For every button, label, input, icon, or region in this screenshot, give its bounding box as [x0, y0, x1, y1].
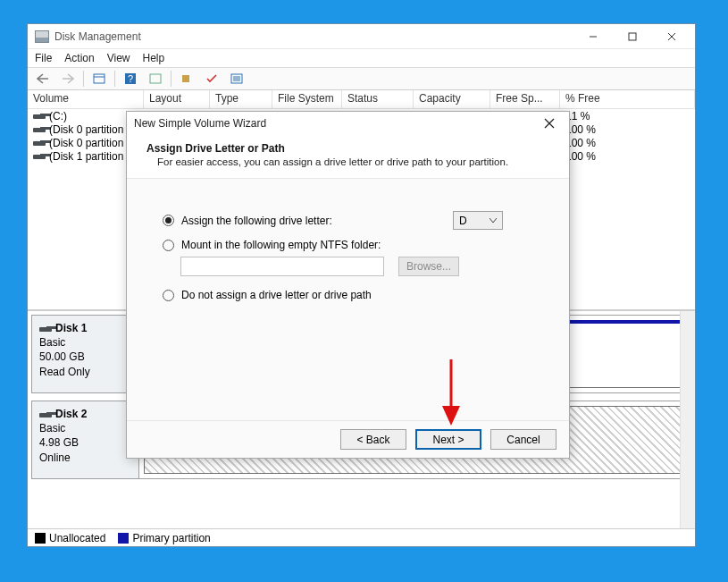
col-capacity[interactable]: Capacity [414, 90, 490, 108]
view-icon[interactable] [89, 70, 109, 88]
col-free[interactable]: Free Sp... [490, 90, 560, 108]
col-type[interactable]: Type [210, 90, 272, 108]
wizard-dialog: New Simple Volume Wizard Assign Drive Le… [126, 111, 570, 459]
svg-rect-8 [150, 74, 161, 83]
folder-path-input[interactable] [180, 257, 384, 276]
label-assign-letter: Assign the following drive letter: [181, 215, 332, 227]
drive-letter-select[interactable]: D [453, 211, 503, 230]
cancel-button[interactable]: Cancel [490, 429, 556, 450]
menubar: File Action View Help [28, 49, 695, 68]
next-button[interactable]: Next > [415, 429, 481, 450]
forward-icon[interactable] [58, 70, 78, 88]
maximize-button[interactable] [613, 24, 652, 49]
menu-file[interactable]: File [35, 52, 52, 64]
list-icon[interactable] [227, 70, 247, 88]
chevron-down-icon [490, 218, 497, 224]
toolbar: ? [28, 68, 695, 90]
dialog-title: New Simple Volume Wizard [134, 117, 537, 130]
dialog-subheading: For easier access, you can assign a driv… [146, 156, 549, 167]
col-pctfree[interactable]: % Free [560, 90, 695, 108]
label-no-assign: Do not assign a drive letter or drive pa… [181, 289, 372, 301]
check-icon[interactable] [202, 70, 222, 88]
app-icon [35, 30, 49, 43]
radio-assign-letter[interactable] [163, 215, 174, 226]
svg-text:?: ? [128, 73, 133, 84]
menu-view[interactable]: View [107, 52, 130, 64]
menu-help[interactable]: Help [143, 52, 165, 64]
help-icon[interactable]: ? [121, 70, 140, 88]
legend: Unallocated Primary partition [28, 528, 695, 546]
radio-mount-folder[interactable] [163, 240, 174, 251]
col-fs[interactable]: File System [272, 90, 342, 108]
window-title: Disk Management [54, 30, 573, 43]
dialog-heading: Assign Drive Letter or Path [146, 142, 549, 155]
titlebar: Disk Management [28, 24, 695, 49]
disk2-info: Disk 2 Basic 4.98 GB Online [32, 401, 139, 478]
disk1-info: Disk 1 Basic 50.00 GB Read Only [32, 316, 139, 392]
label-mount-folder: Mount in the following empty NTFS folder… [181, 239, 381, 251]
radio-no-assign[interactable] [163, 290, 174, 301]
grid-header: Volume Layout Type File System Status Ca… [28, 90, 695, 109]
col-layout[interactable]: Layout [144, 90, 210, 108]
disk1-vol-end[interactable] [568, 320, 686, 388]
svg-rect-1 [629, 33, 636, 40]
back-button[interactable]: < Back [340, 429, 406, 450]
svg-rect-9 [182, 75, 189, 82]
browse-button[interactable]: Browse... [398, 257, 459, 276]
col-status[interactable]: Status [342, 90, 414, 108]
refresh-icon[interactable] [146, 70, 165, 88]
back-icon[interactable] [33, 70, 53, 88]
dialog-close-button[interactable] [537, 113, 562, 134]
scrollbar[interactable] [680, 311, 695, 528]
menu-action[interactable]: Action [64, 52, 94, 64]
close-button[interactable] [652, 24, 691, 49]
col-volume[interactable]: Volume [28, 90, 144, 108]
svg-rect-4 [94, 74, 105, 83]
properties-icon[interactable] [177, 70, 197, 88]
minimize-button[interactable] [573, 24, 613, 49]
